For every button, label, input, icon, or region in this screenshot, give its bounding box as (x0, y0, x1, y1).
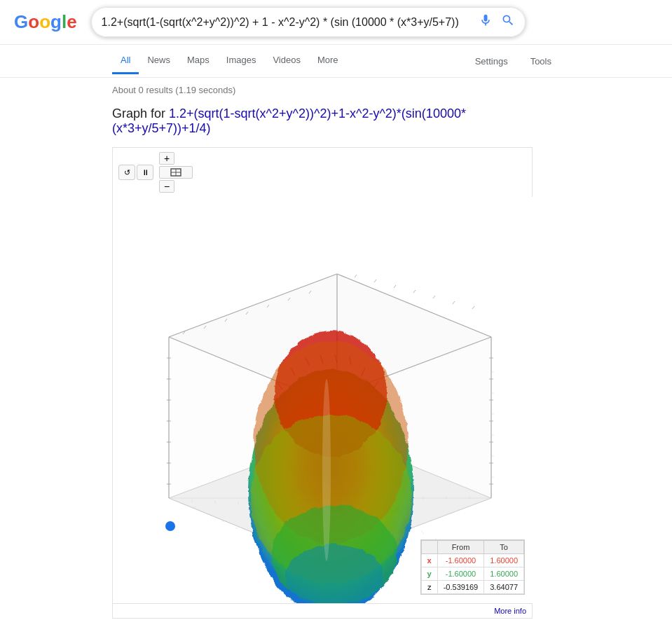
svg-line-36 (421, 531, 424, 534)
tab-videos[interactable]: Videos (264, 48, 309, 74)
search-input[interactable] (102, 16, 479, 29)
content: About 0 results (1.19 seconds) Graph for… (0, 78, 672, 620)
rotate-button[interactable]: ↺ (118, 165, 135, 180)
logo-letter-o1: o (28, 11, 39, 32)
range-table: From To x -1.60000 1.60000 y -1.60000 1.… (420, 539, 525, 595)
svg-line-83 (433, 296, 435, 298)
more-info-link[interactable]: More info (113, 603, 532, 618)
tab-more[interactable]: More (309, 48, 347, 74)
nav-right: Settings Tools (467, 49, 560, 74)
zoom-in-button[interactable]: + (159, 152, 174, 165)
range-x-label: x (421, 554, 437, 567)
settings-link[interactable]: Settings (467, 49, 516, 74)
range-y-to: 1.60000 (484, 567, 524, 581)
pause-button[interactable]: ⏸ (137, 165, 153, 180)
graph-container: ↺ ⏸ + − (112, 147, 533, 619)
microphone-icon[interactable] (479, 13, 493, 31)
range-header-to: To (484, 541, 524, 554)
graph-toolbar: ↺ ⏸ + − (113, 148, 532, 197)
header: Google (0, 0, 672, 45)
zoom-out-button[interactable]: − (159, 180, 174, 193)
graph-canvas[interactable]: From To x -1.60000 1.60000 y -1.60000 1.… (113, 197, 533, 603)
search-bar (91, 7, 526, 37)
svg-line-85 (472, 306, 474, 309)
graph-title: Graph for 1.2+(sqrt(1-sqrt(x^2+y^2))^2)+… (112, 106, 560, 136)
graph-zoom-controls: + − (159, 152, 193, 193)
range-y-label: y (421, 567, 437, 581)
logo-letter-g2: g (50, 11, 62, 32)
logo-letter-e: e (67, 11, 76, 32)
tab-news[interactable]: News (139, 48, 179, 74)
range-x-to: 1.60000 (484, 554, 524, 567)
svg-line-81 (394, 285, 396, 288)
search-icon[interactable] (501, 13, 515, 31)
nav-tabs: All News Maps Images Videos More Setting… (0, 45, 672, 78)
svg-point-109 (322, 379, 331, 561)
tools-link[interactable]: Tools (522, 49, 560, 74)
tab-all[interactable]: All (112, 48, 139, 74)
result-stats: About 0 results (1.19 seconds) (112, 85, 560, 95)
svg-point-86 (165, 521, 175, 531)
graph-animate-controls: ↺ ⏸ (118, 165, 153, 180)
search-icons (479, 13, 515, 31)
range-z-label: z (421, 581, 437, 594)
search-bar-container (91, 7, 526, 37)
range-z-to: 3.64077 (484, 581, 524, 594)
range-header-from: From (437, 541, 484, 554)
google-logo[interactable]: Google (14, 11, 77, 33)
logo-letter-g: G (14, 11, 28, 32)
svg-line-79 (355, 275, 357, 277)
range-x-from: -1.60000 (437, 554, 484, 567)
svg-line-80 (374, 280, 376, 282)
svg-line-84 (453, 301, 455, 304)
fit-button[interactable] (159, 166, 193, 179)
range-y-from: -1.60000 (437, 567, 484, 581)
logo-letter-o2: o (39, 11, 50, 32)
tab-images[interactable]: Images (218, 48, 265, 74)
range-header-label (421, 541, 437, 554)
svg-line-82 (413, 290, 416, 293)
tab-maps[interactable]: Maps (179, 48, 218, 74)
range-z-from: -0.539169 (437, 581, 484, 594)
graph-title-prefix: Graph for (112, 106, 169, 120)
